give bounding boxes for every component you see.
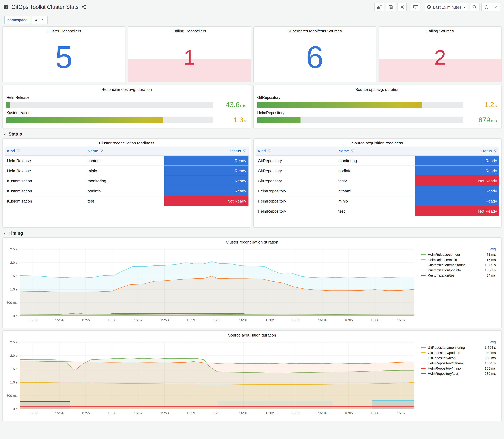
filter-icon[interactable] xyxy=(268,149,271,153)
row-toggle-status[interactable]: Status xyxy=(3,132,501,136)
share-icon[interactable] xyxy=(81,5,86,9)
svg-text:15:57: 15:57 xyxy=(134,411,142,415)
cell-kind: HelmRelease xyxy=(5,166,85,176)
column-header-name[interactable]: Name xyxy=(85,146,164,155)
chart-plot[interactable]: 0 s500 ms1.0 s1.5 s2.0 s2.5 s15:5315:541… xyxy=(4,339,417,416)
panel-title[interactable]: Reconciler ops avg. duration xyxy=(3,85,250,93)
svg-text:16:03: 16:03 xyxy=(292,318,300,322)
table-row: HelmRepository test Not Ready xyxy=(255,206,499,216)
time-range-picker[interactable]: Last 15 minutes xyxy=(425,3,468,11)
svg-text:2.0 s: 2.0 s xyxy=(10,261,17,265)
series-avg-value: 16 ms xyxy=(487,258,496,261)
filter-icon[interactable] xyxy=(351,149,354,153)
panel-title[interactable]: Source acquisition readiness xyxy=(254,139,501,146)
panel-title[interactable]: Source acquisition duration xyxy=(3,331,501,339)
series-avg-value: 84 ms xyxy=(487,273,496,277)
cell-kind: HelmRepository xyxy=(255,206,336,216)
refresh-interval-dropdown[interactable] xyxy=(491,3,500,11)
add-panel-button[interactable] xyxy=(374,3,384,11)
legend-item[interactable]: Kustomization/monitoring 1.605 s xyxy=(421,262,496,267)
svg-text:16:07: 16:07 xyxy=(397,411,405,415)
series-color-swatch xyxy=(421,357,426,358)
svg-text:16:05: 16:05 xyxy=(344,411,353,415)
legend-item[interactable]: Kustomization/test 84 ms xyxy=(421,273,496,278)
table-panel: Cluster reconciliation readinessKindName… xyxy=(2,138,251,228)
filter-icon[interactable] xyxy=(100,149,103,153)
series-name: Kustomization/monitoring xyxy=(428,263,466,267)
stat-panel: Failing Reconcilers1 xyxy=(128,26,251,82)
timing-charts: Cluster reconciliation duration 0 s500 m… xyxy=(0,237,504,421)
gauge-item: HelmRepository 879ms xyxy=(257,111,498,124)
save-icon xyxy=(388,5,393,9)
panel-title[interactable]: Cluster reconciliation readiness xyxy=(3,139,250,146)
legend-item[interactable]: HelmRepository/bitnami 1.695 s xyxy=(421,360,496,366)
cell-name: test2 xyxy=(336,176,415,186)
series-color-swatch xyxy=(421,265,426,265)
series-name: HelmRepository/bitnami xyxy=(428,361,464,365)
cycle-view-mode-button[interactable] xyxy=(411,3,420,11)
panel-title[interactable]: Failing Reconcilers xyxy=(128,27,251,35)
cell-status: Not Ready xyxy=(164,196,249,206)
filter-icon[interactable] xyxy=(243,149,246,153)
stat-value: 5 xyxy=(3,41,125,73)
chart-legend: avg HelmRelease/contour 71 ms HelmReleas… xyxy=(417,246,498,323)
svg-text:15:57: 15:57 xyxy=(134,318,142,322)
column-header-kind[interactable]: Kind xyxy=(255,146,336,155)
legend-item[interactable]: Kustomization/podinfo 1.071 s xyxy=(421,267,496,273)
gauge-track xyxy=(257,117,463,123)
series-avg-value: 1.594 s xyxy=(485,345,496,349)
gauge-track xyxy=(6,102,212,108)
cell-kind: HelmRelease xyxy=(5,156,85,166)
cell-status: Ready xyxy=(164,166,249,176)
panel-title[interactable]: Source ops avg. duration xyxy=(254,85,501,93)
legend-item[interactable]: GitRepository/monitoring 1.594 s xyxy=(421,345,496,350)
series-name: GitRepository/test2 xyxy=(428,356,456,360)
cell-name: contour xyxy=(85,156,164,166)
variable-namespace-label[interactable]: namespace xyxy=(4,16,30,24)
cell-kind: GitRepository xyxy=(255,156,336,166)
column-header-status[interactable]: Status xyxy=(164,146,249,155)
legend-item[interactable]: HelmRepository/test 289 ms xyxy=(421,371,496,376)
legend-item[interactable]: GitRepository/podinfo 980 ms xyxy=(421,350,496,355)
svg-text:15:55: 15:55 xyxy=(81,318,90,322)
legend-item[interactable]: HelmRelease/contour 71 ms xyxy=(421,252,496,257)
svg-text:2.5 s: 2.5 s xyxy=(10,340,17,344)
panel-title[interactable]: Failing Sources xyxy=(379,27,501,35)
filter-icon[interactable] xyxy=(494,149,497,153)
table-header: KindNameStatus xyxy=(255,146,499,156)
refresh-button[interactable] xyxy=(481,3,491,11)
svg-text:1.5 s: 1.5 s xyxy=(10,274,17,278)
series-avg-value: 289 ms xyxy=(485,372,496,375)
table-row: HelmRelease minio Ready xyxy=(5,166,249,176)
legend-item[interactable]: HelmRepository/minio 108 ms xyxy=(421,366,496,371)
zoom-out-button[interactable] xyxy=(470,3,479,11)
series-color-swatch xyxy=(421,270,426,270)
panel-title[interactable]: Kubernetes Manifests Sources xyxy=(254,27,376,35)
row-toggle-timing[interactable]: Timing xyxy=(3,231,501,236)
apps-icon[interactable] xyxy=(4,5,9,10)
svg-text:16:04: 16:04 xyxy=(318,318,327,322)
column-header-name[interactable]: Name xyxy=(336,146,415,155)
filter-icon[interactable] xyxy=(17,149,20,153)
chevron-down-icon xyxy=(3,132,6,136)
save-dashboard-button[interactable] xyxy=(386,3,395,11)
panel-title[interactable]: Cluster reconciliation duration xyxy=(3,238,501,246)
cell-status: Ready xyxy=(164,176,249,186)
dashboard-settings-button[interactable] xyxy=(397,3,407,11)
table-header: KindNameStatus xyxy=(5,146,249,156)
column-header-status[interactable]: Status xyxy=(415,146,499,155)
chart-plot[interactable]: 0 s500 ms1.0 s1.5 s2.0 s2.5 s15:5315:541… xyxy=(4,246,417,323)
column-header-kind[interactable]: Kind xyxy=(5,146,85,155)
gauge-fill xyxy=(6,102,10,108)
panel-title[interactable]: Cluster Reconcilers xyxy=(3,27,125,35)
series-color-swatch xyxy=(421,254,426,255)
legend-item[interactable]: GitRepository/test2 338 ms xyxy=(421,355,496,360)
variable-namespace-value[interactable]: All xyxy=(32,16,48,24)
svg-text:16:02: 16:02 xyxy=(265,411,274,415)
gauge-value: 879ms xyxy=(463,116,498,124)
legend-item[interactable]: HelmRelease/minio 16 ms xyxy=(421,257,496,262)
bargauge-panel: Source ops avg. duration GitRepository 1… xyxy=(253,85,502,128)
svg-text:500 ms: 500 ms xyxy=(6,301,17,305)
gauge-fill xyxy=(257,102,422,108)
tables-row: Cluster reconciliation readinessKindName… xyxy=(2,138,502,228)
